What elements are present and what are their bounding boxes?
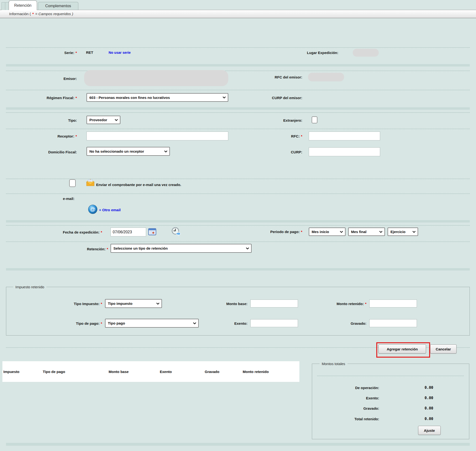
otro-email-link[interactable]: + Otro email (99, 208, 121, 212)
calendar-icon[interactable] (148, 228, 156, 235)
tipo-impuesto-select[interactable]: Tipo impuesto (105, 299, 162, 308)
row-divider (6, 225, 470, 226)
cancelar-button[interactable]: Cancelar (430, 345, 457, 354)
at-icon[interactable]: @ (88, 205, 97, 214)
impuesto-retenido-border (6, 287, 470, 336)
section-separator (6, 107, 470, 110)
row-divider (6, 71, 470, 71)
serie-value: RET (86, 50, 93, 55)
tab-stub (1, 2, 5, 10)
rfc-emisor-label: RFC del emisor: (240, 75, 302, 80)
row-divider (6, 129, 470, 129)
retencion-form-screen: Retención Complementos Información ( * =… (0, 0, 476, 451)
chevron-down-icon (193, 322, 196, 324)
extranjero-label: Extranjero: (240, 118, 302, 123)
emisor-label: Emisor: (5, 76, 77, 81)
col-monto-base: Monto base (109, 370, 129, 374)
col-monto-retenido: Monto retenido (243, 370, 269, 374)
tab-complementos-label: Complementos (45, 4, 71, 8)
chevron-down-icon (115, 119, 118, 121)
chevron-down-icon (156, 302, 160, 305)
chevron-down-icon (223, 96, 226, 99)
domicilio-fiscal-label: Domicilio Fiscal: (5, 150, 77, 155)
clock-history-icon[interactable] (171, 226, 181, 237)
tab-retencion[interactable]: Retención (9, 0, 37, 10)
tipo-label: Tipo: (5, 118, 77, 123)
chevron-down-icon (412, 231, 416, 233)
ejercicio-select[interactable]: Ejercicio (388, 227, 418, 236)
montos-totales-border (312, 364, 469, 439)
chevron-down-icon (379, 231, 383, 233)
info-bar-title: Información ( (9, 12, 31, 16)
fecha-expedicion-input[interactable] (110, 227, 146, 236)
exento-input[interactable] (250, 319, 298, 327)
tipo-pago-select[interactable]: Tipo pago (105, 319, 199, 328)
enviar-comprobante-checkbox[interactable] (69, 179, 76, 187)
tab-bar: Retención Complementos (0, 0, 476, 10)
col-tipo-de-pago: Tipo de pago (43, 370, 65, 374)
gravado-label: Gravado: (312, 321, 367, 326)
total-retenido-label: Total retenido: (317, 417, 379, 421)
col-exento: Exento (160, 370, 172, 374)
info-bar: Información ( * = Campos requeridos ) (0, 10, 476, 18)
monto-retenido-label: Monto retenido:* (312, 301, 367, 306)
mes-final-select[interactable]: Mes final (348, 227, 385, 236)
serie-label: Serie:* (5, 50, 77, 55)
lugar-expedicion-redacted-value (353, 49, 379, 57)
monto-base-label: Monto base: (199, 301, 247, 306)
envelope-icon (86, 179, 95, 186)
total-retenido-value: 0.00 (416, 417, 442, 421)
col-impuesto: Impuesto (3, 370, 19, 374)
chevron-down-icon (340, 231, 343, 233)
de-operacion-value: 0.00 (416, 385, 442, 390)
tab-complementos[interactable]: Complementos (38, 2, 78, 10)
rfc-input[interactable] (309, 132, 380, 140)
gravado-input[interactable] (369, 319, 417, 327)
exento-total-value: 0.00 (416, 396, 442, 400)
tipo-impuesto-label: Tipo Impuesto:* (29, 301, 102, 306)
retencion-label: Retención:* (5, 247, 108, 251)
rfc-emisor-redacted-value (308, 73, 344, 81)
row-divider (317, 376, 464, 376)
periodo-pago-label: Periodo de pago:* (240, 229, 302, 234)
fecha-expedicion-label: Fecha de expedición:* (5, 230, 102, 235)
chevron-down-icon (246, 247, 249, 249)
impuesto-retenido-legend: Impuesto retenido (13, 285, 46, 289)
agregar-retencion-button[interactable]: Agregar retención (379, 345, 426, 354)
row-divider (6, 47, 470, 48)
email-label: e-mail: (5, 196, 75, 201)
row-divider (6, 179, 470, 179)
monto-base-input[interactable] (250, 300, 298, 307)
section-separator (6, 443, 470, 446)
monto-retenido-input[interactable] (369, 300, 417, 307)
curp-input[interactable] (309, 147, 380, 156)
section-separator (6, 64, 470, 67)
emisor-redacted-value (84, 70, 228, 86)
row-divider (6, 112, 470, 113)
retencion-select[interactable]: Seleccione un tipo de retención (110, 244, 251, 253)
de-operacion-label: De operación: (317, 385, 379, 390)
svg-text:@: @ (90, 206, 95, 212)
montos-totales-legend: Montos totales (320, 362, 347, 366)
info-bar-note: = Campos requeridos ) (35, 12, 73, 16)
row-divider (6, 194, 470, 194)
tab-stub (5, 2, 9, 10)
section-separator (6, 220, 470, 223)
row-divider (6, 241, 470, 242)
extranjero-checkbox[interactable] (312, 116, 317, 123)
lugar-expedicion-label: Lugar Expedición: (276, 50, 338, 55)
domicilio-fiscal-select[interactable]: No ha seleccionado un receptor (86, 147, 170, 156)
curp-label: CURP: (240, 150, 302, 155)
tipo-select[interactable]: Proveedor (86, 116, 120, 124)
chevron-down-icon (164, 150, 167, 152)
tab-retencion-label: Retención (14, 3, 32, 8)
no-usar-serie-link[interactable]: No usar serie (109, 51, 131, 55)
regimen-fiscal-select[interactable]: 603 - Personas morales con fines no lucr… (86, 93, 228, 102)
regimen-fiscal-label: Régimen Fiscal:* (5, 95, 77, 100)
tipo-pago-label: Tipo de pago:* (29, 321, 102, 326)
rfc-label: RFC:* (240, 134, 302, 139)
receptor-input[interactable] (86, 132, 228, 140)
mes-inicio-select[interactable]: Mes inicio (309, 227, 346, 236)
ajuste-button[interactable]: Ajuste (418, 426, 441, 435)
section-separator (6, 268, 470, 270)
